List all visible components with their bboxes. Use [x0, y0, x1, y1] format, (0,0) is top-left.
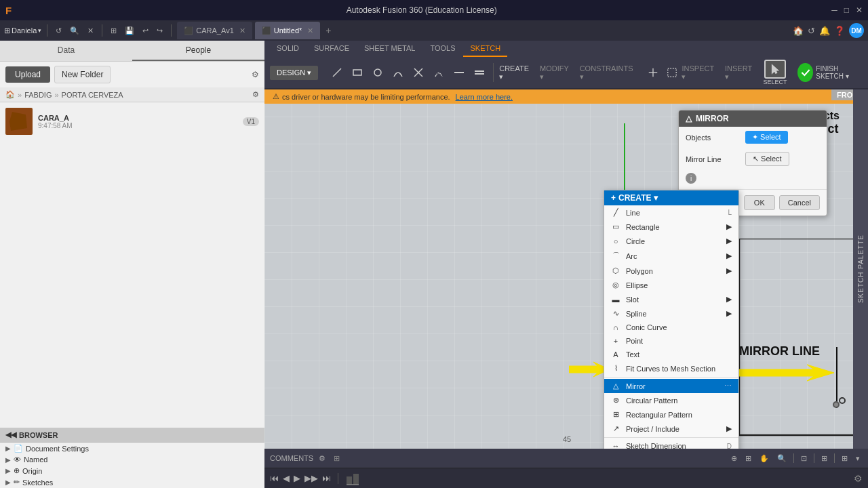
tree-item-origin[interactable]: ▶ ⊕ Origin	[0, 465, 264, 476]
menu-item-ellipse[interactable]: ◎ Ellipse	[604, 278, 738, 292]
tab-surface[interactable]: SURFACE	[307, 41, 356, 57]
user-menu[interactable]: ⊞ Daniela ▾	[4, 26, 41, 35]
line2-tool-btn[interactable]	[450, 64, 469, 81]
bb-icon4[interactable]: 🔍	[774, 453, 789, 464]
finish-sketch-label[interactable]: FINISH SKETCH ▾	[816, 65, 863, 80]
double-line-btn[interactable]	[470, 64, 489, 81]
bb-caret[interactable]: ▾	[853, 453, 863, 464]
pb-play-btn[interactable]: ▶	[294, 473, 300, 483]
tab-sketch[interactable]: SKETCH	[463, 41, 507, 57]
menu-item-rectangle[interactable]: ▭ Rectangle ▶	[604, 220, 738, 234]
bell-icon[interactable]: 🔔	[819, 26, 830, 36]
file-item-cara-a[interactable]: CARA_A 9:47:58 AM V1	[0, 105, 264, 138]
ok-button[interactable]: OK	[744, 195, 775, 210]
inspect-label[interactable]: INSPECT ▾	[682, 64, 713, 81]
menu-item-point[interactable]: + Point	[604, 334, 738, 348]
pb-first-btn[interactable]: ⏮	[270, 473, 279, 483]
circle-tool-btn[interactable]	[368, 64, 387, 81]
comments-expand-btn[interactable]: ⚙	[316, 453, 328, 464]
tab-sheet-metal[interactable]: SHEET METAL	[357, 41, 422, 57]
design-dropdown[interactable]: DESIGN ▾	[270, 66, 318, 80]
constraints-label[interactable]: CONSTRAINTS ▾	[580, 64, 633, 81]
menu-item-rectangular[interactable]: ⊞ Rectangular Pattern	[604, 407, 738, 422]
tree-item-named[interactable]: ▶ 👁 Named	[0, 454, 264, 465]
home-nav-icon[interactable]: 🏠	[793, 26, 804, 36]
cut-tool-btn[interactable]	[409, 64, 428, 81]
inspect-icon1[interactable]	[644, 64, 663, 81]
restore-btn[interactable]: □	[844, 5, 849, 15]
bb-icon7[interactable]: ⊞	[839, 453, 850, 464]
tab-cara-close[interactable]: ✕	[239, 26, 245, 35]
menu-item-spline[interactable]: ∿ Spline ▶	[604, 306, 738, 321]
bb-icon5[interactable]: ⊡	[798, 453, 810, 464]
refresh-btn[interactable]: ↺	[53, 25, 64, 37]
comments-toggle-btn[interactable]: ⊞	[334, 454, 340, 463]
line-tool-btn[interactable]	[328, 64, 347, 81]
tab-data[interactable]: Data	[0, 41, 132, 61]
minimize-btn[interactable]: ─	[831, 5, 837, 15]
browser-collapse-icon[interactable]: ◀◀	[5, 430, 16, 439]
tab-solid[interactable]: SOLID	[270, 41, 306, 57]
add-tab-btn[interactable]: +	[323, 25, 334, 36]
modify-label[interactable]: MODIFY ▾	[540, 64, 569, 81]
timeline-icon[interactable]	[345, 471, 360, 486]
mirror-more-icon[interactable]: ⋯	[724, 382, 732, 390]
tab-untitled[interactable]: ⬛ Untitled* ✕	[255, 22, 321, 39]
redo-btn[interactable]: ↪	[154, 25, 165, 37]
breadcrumb-fabdig[interactable]: FABDIG	[24, 91, 52, 99]
menu-item-mirror[interactable]: △ Mirror ⋯	[604, 379, 738, 393]
breadcrumb-settings-icon[interactable]: ⚙	[252, 90, 259, 99]
arc-tool-btn[interactable]	[389, 64, 408, 81]
menu-item-project[interactable]: ↗ Project / Include ▶	[604, 422, 738, 436]
menu-item-text[interactable]: A Text	[604, 348, 738, 361]
menu-item-conic[interactable]: ∩ Conic Curve	[604, 321, 738, 334]
pb-next-btn[interactable]: ▶▶	[304, 473, 318, 483]
save-btn[interactable]: 💾	[122, 25, 137, 37]
create-label[interactable]: CREATE ▾	[499, 64, 529, 81]
tab-tools[interactable]: TOOLS	[423, 41, 462, 57]
mirror-line-select-btn[interactable]: ↖ Select	[745, 152, 789, 166]
bb-icon2[interactable]: ⊞	[743, 453, 754, 464]
settings-icon[interactable]: ⚙	[252, 70, 259, 79]
bb-icon3[interactable]: ✋	[757, 453, 772, 464]
menu-item-slot[interactable]: ▬ Slot ▶	[604, 292, 738, 306]
grid-btn[interactable]: ⊞	[108, 25, 119, 37]
insert-label[interactable]: INSERT ▾	[725, 64, 752, 81]
upload-button[interactable]: Upload	[5, 66, 50, 83]
warning-link[interactable]: Learn more here.	[456, 93, 513, 101]
user-avatar[interactable]: DM	[849, 23, 864, 38]
refresh-nav-icon[interactable]: ↺	[808, 26, 815, 36]
menu-item-circular[interactable]: ⊛ Circular Pattern	[604, 393, 738, 407]
info-icon[interactable]: i	[686, 173, 696, 184]
objects-select-btn[interactable]: ✦ Select	[745, 131, 788, 144]
menu-item-circle[interactable]: ○ Circle ▶	[604, 234, 738, 248]
menu-item-arc[interactable]: ⌒ Arc ▶	[604, 248, 738, 264]
tree-item-document[interactable]: ▶ 📄 Document Settings	[0, 443, 264, 454]
select-tool-icon[interactable]	[764, 60, 786, 79]
pb-last-btn[interactable]: ⏭	[322, 473, 331, 483]
help-icon[interactable]: ❓	[834, 26, 845, 36]
pb-settings-btn[interactable]: ⚙	[854, 473, 863, 484]
rect-tool-btn[interactable]	[348, 64, 367, 81]
inspect-icon2[interactable]	[663, 64, 682, 81]
menu-item-line[interactable]: ╱ Line L	[604, 205, 738, 220]
breadcrumb-porta[interactable]: PORTA CERVEZA	[62, 91, 123, 99]
tab-cara-av1[interactable]: ⬛ CARA_Av1 ✕	[177, 22, 252, 39]
tree-item-sketches[interactable]: ▶ ✏ Sketches	[0, 476, 264, 488]
bb-icon6[interactable]: ⊞	[818, 453, 830, 464]
menu-item-fitcurves[interactable]: ⌇ Fit Curves to Mesh Section	[604, 361, 738, 375]
new-folder-button[interactable]: New Folder	[54, 66, 111, 83]
close-panel-btn[interactable]: ✕	[85, 25, 96, 37]
menu-item-polygon[interactable]: ⬡ Polygon ▶	[604, 264, 738, 278]
home-icon[interactable]: 🏠	[5, 90, 15, 99]
finish-sketch-icon[interactable]	[797, 63, 813, 82]
cancel-button[interactable]: Cancel	[779, 195, 820, 210]
sketch-palette-panel[interactable]: SKETCH PALETTE	[853, 89, 868, 449]
close-btn[interactable]: ✕	[856, 5, 863, 15]
undo-btn[interactable]: ↩	[140, 25, 151, 37]
bb-icon1[interactable]: ⊕	[728, 453, 740, 464]
arc2-tool-btn[interactable]	[429, 64, 448, 81]
tab-people[interactable]: People	[132, 41, 264, 61]
search-btn[interactable]: 🔍	[67, 25, 82, 37]
tab-untitled-close[interactable]: ✕	[307, 26, 313, 35]
